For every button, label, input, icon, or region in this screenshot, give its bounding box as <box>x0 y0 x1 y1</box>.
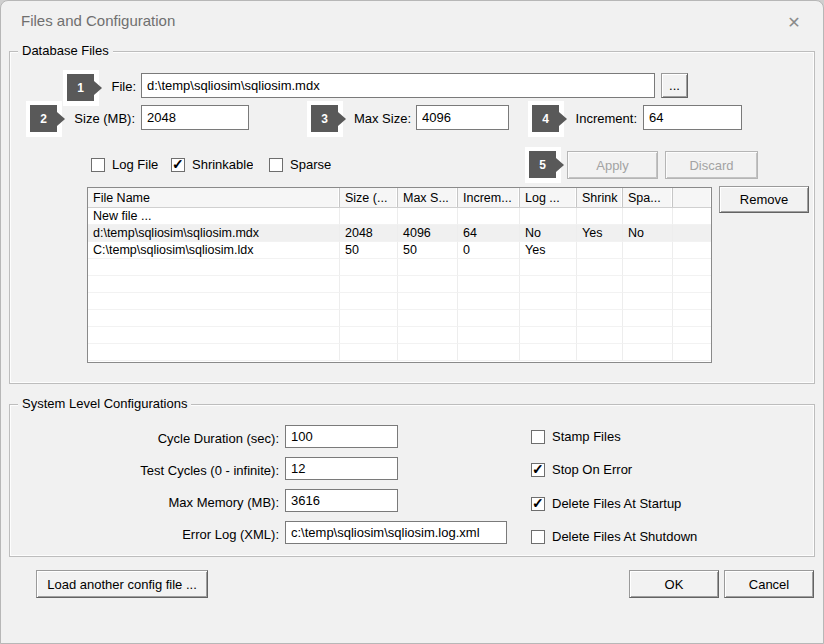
cell-max-size: 50 <box>398 242 458 259</box>
cell-max-size: 4096 <box>398 225 458 242</box>
size-input[interactable] <box>141 105 249 130</box>
cell-log: Yes <box>520 242 577 259</box>
table-row-new-file[interactable]: New file ... <box>88 208 711 225</box>
cell-increment: 0 <box>458 242 520 259</box>
cell-size <box>340 208 398 225</box>
cell-log: No <box>520 225 577 242</box>
stop-on-error-checkbox[interactable]: Stop On Error <box>531 462 632 477</box>
cell-shrink <box>577 242 623 259</box>
cell-sparse: No <box>623 225 673 242</box>
cell-sparse <box>623 208 673 225</box>
stop-on-error-checkbox-box[interactable] <box>531 463 545 477</box>
max-size-label: Max Size: <box>349 111 411 126</box>
cycle-duration-input[interactable] <box>285 425 398 448</box>
cell-log <box>520 208 577 225</box>
table-row-empty <box>88 327 711 344</box>
cell-size: 2048 <box>340 225 398 242</box>
browse-button[interactable]: ... <box>661 73 688 98</box>
log-file-checkbox-box[interactable] <box>91 158 105 172</box>
sparse-checkbox[interactable]: Sparse <box>269 157 331 172</box>
table-row-empty <box>88 310 711 327</box>
error-log-label: Error Log (XML): <box>101 527 279 542</box>
step-3-number: 3 <box>311 105 338 132</box>
delete-files-shutdown-checkbox-box[interactable] <box>531 530 545 544</box>
step-badge-3: 3 <box>307 101 343 137</box>
database-files-group-label: Database Files <box>18 43 113 58</box>
cell-filler <box>673 208 711 225</box>
file-path-input[interactable] <box>141 73 655 98</box>
file-list-header: File Name Size (... Max S... Increm... L… <box>88 188 711 208</box>
system-config-group-label: System Level Configurations <box>18 396 191 411</box>
step-badge-5: 5 <box>525 147 561 183</box>
column-header-max-size[interactable]: Max S... <box>398 188 458 207</box>
cell-file-name: New file ... <box>88 208 340 225</box>
remove-button[interactable]: Remove <box>719 186 809 213</box>
table-row-mdx-file[interactable]: d:\temp\sqliosim\sqliosim.mdx 2048 4096 … <box>88 225 711 242</box>
cell-shrink <box>577 208 623 225</box>
shrinkable-checkbox-label: Shrinkable <box>192 157 253 172</box>
table-row-empty <box>88 276 711 293</box>
max-size-input[interactable] <box>416 105 509 130</box>
delete-files-shutdown-checkbox[interactable]: Delete Files At Shutdown <box>531 529 697 544</box>
cell-filler <box>673 242 711 259</box>
error-log-input[interactable] <box>285 521 507 544</box>
cell-size: 50 <box>340 242 398 259</box>
shrinkable-checkbox[interactable]: Shrinkable <box>171 157 253 172</box>
log-file-checkbox[interactable]: Log File <box>91 157 158 172</box>
table-row-ldx-file[interactable]: C:\temp\sqliosim\sqliosim.ldx 50 50 0 Ye… <box>88 242 711 259</box>
table-row-empty <box>88 344 711 361</box>
load-config-button[interactable]: Load another config file ... <box>36 570 208 598</box>
column-header-sparse[interactable]: Spa... <box>623 188 673 207</box>
column-header-increment[interactable]: Increm... <box>458 188 520 207</box>
dialog-title: Files and Configuration <box>21 12 175 29</box>
column-header-filler <box>673 188 711 207</box>
apply-button[interactable]: Apply <box>567 151 658 179</box>
increment-label: Increment: <box>567 111 637 126</box>
table-row-empty <box>88 293 711 310</box>
column-header-shrink[interactable]: Shrink <box>577 188 623 207</box>
stamp-files-checkbox-box[interactable] <box>531 430 545 444</box>
shrinkable-checkbox-box[interactable] <box>171 158 185 172</box>
test-cycles-label: Test Cycles (0 - infinite): <box>101 463 279 478</box>
discard-button[interactable]: Discard <box>665 151 758 179</box>
max-memory-label: Max Memory (MB): <box>101 495 279 510</box>
file-list[interactable]: File Name Size (... Max S... Increm... L… <box>87 187 712 363</box>
file-label: File: <box>81 79 136 94</box>
column-header-size[interactable]: Size (... <box>340 188 398 207</box>
log-file-checkbox-label: Log File <box>112 157 158 172</box>
cell-sparse <box>623 242 673 259</box>
cancel-button[interactable]: Cancel <box>724 570 814 598</box>
cell-shrink: Yes <box>577 225 623 242</box>
max-memory-input[interactable] <box>285 489 398 512</box>
cell-increment: 64 <box>458 225 520 242</box>
dialog-files-and-configuration: Files and Configuration ✕ Database Files… <box>0 0 824 644</box>
step-badge-4: 4 <box>528 101 564 137</box>
size-label: Size (MB): <box>51 111 135 126</box>
title-bar: Files and Configuration ✕ <box>1 1 823 43</box>
increment-input[interactable] <box>643 105 742 130</box>
cell-file-name: d:\temp\sqliosim\sqliosim.mdx <box>88 225 340 242</box>
delete-files-shutdown-checkbox-label: Delete Files At Shutdown <box>552 529 697 544</box>
cell-increment <box>458 208 520 225</box>
step-5-number: 5 <box>529 151 556 178</box>
stamp-files-checkbox[interactable]: Stamp Files <box>531 429 621 444</box>
sparse-checkbox-label: Sparse <box>290 157 331 172</box>
table-row-empty <box>88 259 711 276</box>
column-header-log[interactable]: Log ... <box>520 188 577 207</box>
delete-files-startup-checkbox-label: Delete Files At Startup <box>552 496 681 511</box>
cell-file-name: C:\temp\sqliosim\sqliosim.ldx <box>88 242 340 259</box>
sparse-checkbox-box[interactable] <box>269 158 283 172</box>
delete-files-startup-checkbox-box[interactable] <box>531 497 545 511</box>
stop-on-error-checkbox-label: Stop On Error <box>552 462 632 477</box>
cell-filler <box>673 225 711 242</box>
cycle-duration-label: Cycle Duration (sec): <box>101 431 279 446</box>
close-icon[interactable]: ✕ <box>779 9 809 35</box>
delete-files-startup-checkbox[interactable]: Delete Files At Startup <box>531 496 681 511</box>
test-cycles-input[interactable] <box>285 457 398 480</box>
stamp-files-checkbox-label: Stamp Files <box>552 429 621 444</box>
cell-max-size <box>398 208 458 225</box>
column-header-file-name[interactable]: File Name <box>88 188 340 207</box>
ok-button[interactable]: OK <box>629 570 719 598</box>
step-4-number: 4 <box>532 105 559 132</box>
